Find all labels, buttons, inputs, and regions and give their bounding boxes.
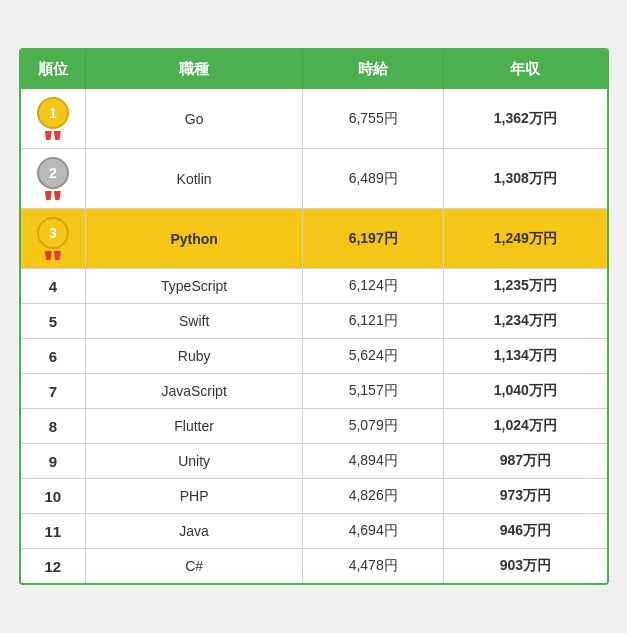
lang-cell: Java [86,514,303,549]
hourly-cell: 5,079円 [303,409,444,444]
table-row: 8Flutter5,079円1,024万円 [21,409,607,444]
hourly-cell: 6,124円 [303,269,444,304]
table-row: 9Unity4,894円987万円 [21,444,607,479]
rank-cell: 8 [21,409,86,444]
rank-cell: 4 [21,269,86,304]
table-row: 3 Python6,197円1,249万円 [21,209,607,269]
table-row: 5Swift6,121円1,234万円 [21,304,607,339]
rank-cell: 9 [21,444,86,479]
annual-cell: 946万円 [444,514,607,549]
rank-cell: 6 [21,339,86,374]
annual-cell: 1,134万円 [444,339,607,374]
table-row: 12C#4,478円903万円 [21,549,607,584]
medal-ribbons [44,131,62,140]
ranking-table: 順位 職種 時給 年収 1 Go6,755円1,362万円 2 [21,50,607,583]
annual-cell: 1,040万円 [444,374,607,409]
hourly-cell: 4,894円 [303,444,444,479]
table-row: 4TypeScript6,124円1,235万円 [21,269,607,304]
hourly-cell: 5,624円 [303,339,444,374]
medal-circle: 3 [37,217,69,249]
hourly-cell: 5,157円 [303,374,444,409]
annual-cell: 987万円 [444,444,607,479]
ranking-table-container: 順位 職種 時給 年収 1 Go6,755円1,362万円 2 [19,48,609,585]
lang-cell: PHP [86,479,303,514]
annual-cell: 1,234万円 [444,304,607,339]
medal-circle: 1 [37,97,69,129]
lang-cell: Swift [86,304,303,339]
lang-cell: JavaScript [86,374,303,409]
table-row: 1 Go6,755円1,362万円 [21,89,607,149]
rank-cell: 1 [21,89,86,149]
rank-cell: 10 [21,479,86,514]
silver-medal: 2 [27,157,80,200]
rank-cell: 5 [21,304,86,339]
rank-cell: 7 [21,374,86,409]
medal-ribbons [44,191,62,200]
hourly-cell: 6,489円 [303,149,444,209]
ribbon-left [45,251,52,260]
lang-cell: Flutter [86,409,303,444]
annual-cell: 973万円 [444,479,607,514]
lang-cell: C# [86,549,303,584]
hourly-cell: 4,478円 [303,549,444,584]
hourly-cell: 6,121円 [303,304,444,339]
rank-cell: 3 [21,209,86,269]
table-row: 2 Kotlin6,489円1,308万円 [21,149,607,209]
gold-medal: 1 [27,97,80,140]
annual-cell: 903万円 [444,549,607,584]
table-row: 10PHP4,826円973万円 [21,479,607,514]
rank-cell: 12 [21,549,86,584]
ribbon-right [54,251,61,260]
ribbon-left [45,131,52,140]
hourly-cell: 6,755円 [303,89,444,149]
lang-cell: TypeScript [86,269,303,304]
col-header-annual: 年収 [444,50,607,89]
col-header-rank: 順位 [21,50,86,89]
lang-cell: Kotlin [86,149,303,209]
col-header-lang: 職種 [86,50,303,89]
col-header-hourly: 時給 [303,50,444,89]
lang-cell: Go [86,89,303,149]
rank-cell: 11 [21,514,86,549]
rank-cell: 2 [21,149,86,209]
table-row: 7JavaScript5,157円1,040万円 [21,374,607,409]
lang-cell: Python [86,209,303,269]
hourly-cell: 4,694円 [303,514,444,549]
bronze-medal: 3 [27,217,80,260]
ribbon-left [45,191,52,200]
annual-cell: 1,024万円 [444,409,607,444]
annual-cell: 1,249万円 [444,209,607,269]
lang-cell: Unity [86,444,303,479]
hourly-cell: 6,197円 [303,209,444,269]
hourly-cell: 4,826円 [303,479,444,514]
lang-cell: Ruby [86,339,303,374]
table-header-row: 順位 職種 時給 年収 [21,50,607,89]
medal-ribbons [44,251,62,260]
annual-cell: 1,308万円 [444,149,607,209]
annual-cell: 1,362万円 [444,89,607,149]
ribbon-right [54,191,61,200]
annual-cell: 1,235万円 [444,269,607,304]
medal-circle: 2 [37,157,69,189]
table-row: 6Ruby5,624円1,134万円 [21,339,607,374]
table-row: 11Java4,694円946万円 [21,514,607,549]
ribbon-right [54,131,61,140]
